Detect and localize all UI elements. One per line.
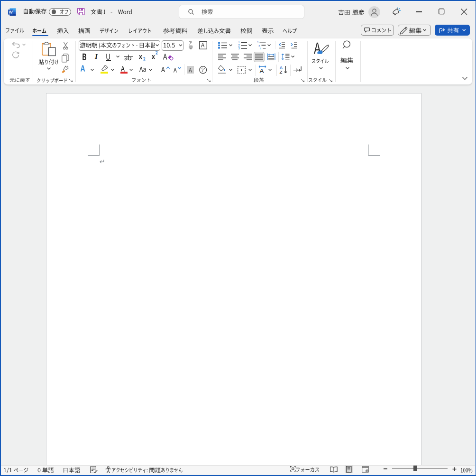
svg-text:a: a	[259, 44, 261, 47]
svg-text:i: i	[260, 47, 261, 50]
svg-text:1: 1	[257, 41, 259, 44]
svg-text:3: 3	[238, 47, 240, 50]
svg-text:Z: Z	[279, 69, 282, 75]
svg-text:A: A	[260, 67, 264, 75]
